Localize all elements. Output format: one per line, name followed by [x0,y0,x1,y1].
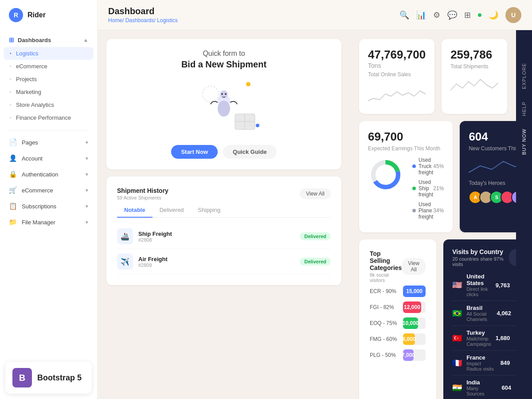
freight-legend: Used Truck freight 45% Used Ship freight… [412,157,444,223]
shipment-icon-2: ✈️ [117,254,133,270]
total-shipments-card: 259,786 Total Shipments [442,39,507,114]
grid-icon: ⊞ [9,36,14,43]
bar-item-fmg: FMG - 60% 8,000 [370,333,426,345]
shipment-history-header: Shipment History 59 Active Shipments Vie… [117,187,331,200]
shipment-name-2: Air Freight [138,256,294,262]
sidebar-item-logistics[interactable]: Logistics [4,47,94,60]
bootstrap-icon: B [12,368,32,387]
status-badge-2: Delivered [300,258,331,266]
earnings-card: 69,700 Expected Earnings This Month [359,121,453,232]
donut-chart [368,157,403,194]
earnings-row: 69,700 Expected Earnings This Month [359,121,507,232]
shipment-name: Ship Freight [138,231,294,237]
bar-item-fgi: FGI - 82% 12,000 [370,301,426,313]
pages-icon: 📄 [9,138,17,146]
cat-label-fgi: FGI - 82% [370,304,399,310]
svg-point-3 [218,101,230,117]
breadcrumb-home[interactable]: Home/ [108,17,124,23]
sidebar-item-marketing[interactable]: Marketing [0,86,97,98]
bar-fgi: 12,000 [403,301,421,313]
shipment-history-view-all[interactable]: View All [300,188,331,199]
sidebar: R Rider ⊞ Dashboards ▲ Logistics eCommer… [0,0,98,399]
sidebar-item-account[interactable]: 👤 Account ▾ [0,150,97,166]
chevron-down-icon: ▾ [86,140,88,145]
country-list: 🇺🇸 United States Direct link clicks 9,76… [452,270,516,399]
new-customers-number: 604 [469,130,488,143]
bootstrap-banner[interactable]: B Bootstrap 5 [5,362,92,394]
quick-guide-button[interactable]: Quick Guide [223,145,277,159]
search-icon[interactable]: 🔍 [399,10,409,20]
moon-icon[interactable]: 🌙 [489,10,498,20]
shipment-history-title: Shipment History [117,187,168,194]
filemanager-label: File Manager [22,219,55,226]
flag-us: 🇺🇸 [452,280,462,290]
breadcrumb-dashboards[interactable]: Dashboards/ [125,17,156,23]
tab-notable[interactable]: Notable [117,203,153,218]
dashboards-header[interactable]: ⊞ Dashboards ▲ [0,33,97,47]
bar-item-eoq: EOQ - 75% 10,000 [370,317,426,329]
bar-item-ecr: ECR - 90% 15,000 [370,286,426,297]
tab-delivered[interactable]: Delivered [153,203,191,218]
new-customers-chart [469,157,516,175]
page-title: Dashboard [108,6,178,16]
shipments-mini-chart [450,75,498,97]
decoration-dot-yellow [246,82,250,86]
sidebar-item-projects[interactable]: Projects [0,73,97,86]
cat-label-eoq: EOQ - 75% [370,320,399,326]
sidebar-item-ecommerce[interactable]: eCommerce [0,60,97,73]
cat-label-fmg: FMG - 60% [370,336,399,342]
header: Dashboard Home/ Dashboards/ Logistics 🔍 … [98,0,532,30]
plane-freight: Used Plane freight 34% [412,201,444,220]
bar-plg: 7,000 [403,349,414,361]
right-sidebar: Explore Help Buy now [516,30,532,399]
total-sales-label: Total Online Sales [368,71,426,78]
flag-fr: 🇫🇷 [452,358,462,368]
chevron-up-icon: ▲ [83,37,88,43]
sidebar-item-authentication[interactable]: 🔒 Authentication ▾ [0,166,97,182]
bar-item-plg: PLG - 50% 7,000 [370,349,426,361]
authentication-label: Authentication [22,171,58,178]
sidebar-item-store-analytics[interactable]: Store Analytics [0,98,97,111]
sidebar-item-subscriptions[interactable]: 📋 Subscriptions ▾ [0,198,97,214]
grid-view-icon[interactable]: ⊞ [464,10,471,20]
sidebar-item-finance-performance[interactable]: Finance Performance [0,111,97,124]
visits-view-all[interactable]: View All [509,249,516,266]
heroes-label: Today's Heroes [469,180,516,186]
categories-bars: ECR - 90% 15,000 FGI - 82% 12,000 [370,286,426,361]
country-br: 🇧🇷 Brasil All Social Channels 4,062 -0.4… [452,301,516,326]
ecommerce-main-label: eCommerce [22,187,53,194]
sidebar-help[interactable]: Help [518,95,530,122]
sidebar-logo[interactable]: R Rider [0,0,97,30]
filemanager-icon: 📁 [9,218,17,226]
sidebar-item-filemanager[interactable]: 📁 File Manager ▾ [0,214,97,230]
quick-form-subtitle: Bid a New Shipment [181,59,266,70]
settings-icon[interactable]: ⚙ [433,10,440,20]
visits-subtitle: 20 countries share 97% visits [452,256,509,267]
avatar[interactable]: U [505,7,521,23]
tab-shipping[interactable]: Shipping [191,203,228,218]
bootstrap-label: Bootstrap 5 [37,373,82,383]
cat-label-plg: PLG - 50% [370,352,399,358]
total-sales-card: 47,769,700 Tons Total Online Sales [359,39,434,114]
messages-icon[interactable]: 💬 [447,10,457,20]
country-tr: 🇹🇷 Turkey Mailchimp Campaigns 1,680 +0.2… [452,326,516,351]
breadcrumb: Home/ Dashboards/ Logistics [108,17,178,23]
earnings-content: Used Truck freight 45% Used Ship freight… [368,157,444,223]
categories-view-all[interactable]: View All [402,258,426,275]
categories-card: Top Selling Categories 8k social visitor… [359,239,436,399]
svg-point-7 [221,93,223,95]
sidebar-item-ecommerce-main[interactable]: 🛒 eCommerce ▾ [0,182,97,198]
sidebar-item-pages[interactable]: 📄 Pages ▾ [0,134,97,150]
chart-icon[interactable]: 📊 [416,10,426,20]
shipment-icon: 🚢 [117,228,133,244]
sidebar-explore[interactable]: Explore [518,57,530,95]
start-now-button[interactable]: Start Now [171,145,218,159]
total-shipments-number: 259,786 [450,48,498,62]
auth-icon: 🔒 [9,170,17,178]
sidebar-buy-now[interactable]: Buy now [518,122,530,161]
new-customers-card: 604 New Customers This Month Today's Her… [460,121,516,232]
breadcrumb-current: Logistics [157,17,178,23]
account-icon: 👤 [9,154,17,162]
chevron-down-icon-account: ▾ [86,156,88,161]
stats-row: 47,769,700 Tons Total Online Sales 259,7… [359,39,507,114]
